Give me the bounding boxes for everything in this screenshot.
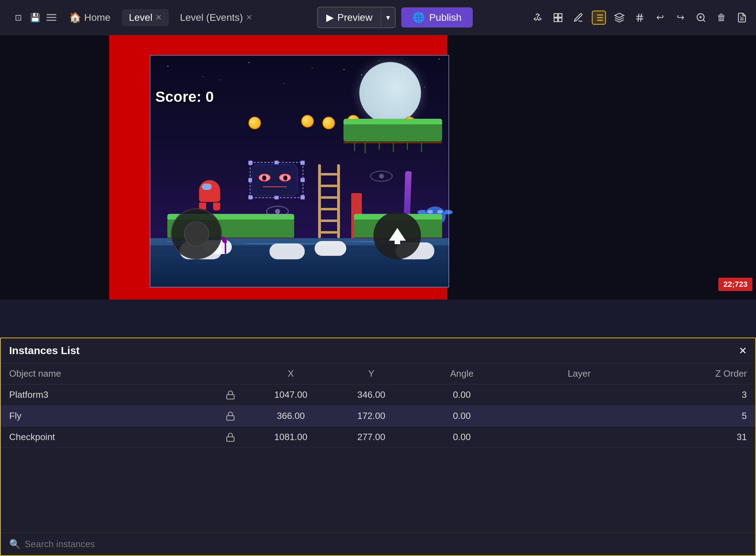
svg-rect-35 <box>227 437 234 441</box>
preview-label: Preview <box>337 12 373 23</box>
publish-button[interactable]: 🌐 Publish <box>401 7 473 27</box>
col-header-zorder: Z Order <box>646 368 747 379</box>
svg-rect-30 <box>300 195 305 199</box>
delete-icon[interactable]: 🗑 <box>714 11 729 25</box>
close-instances-panel-button[interactable]: ✕ <box>739 345 747 357</box>
col-header-layer: Layer <box>512 368 646 379</box>
tab-level[interactable]: Level ✕ <box>122 9 169 26</box>
instance-zorder-platform3: 3 <box>646 389 747 400</box>
col-header-x: X <box>250 368 331 379</box>
lock-icon-platform3[interactable] <box>210 390 250 400</box>
svg-rect-4 <box>558 18 562 21</box>
floating-platform <box>343 124 442 141</box>
col-header-y: Y <box>331 368 411 379</box>
score-display: Score: 0 <box>155 88 214 105</box>
layers-icon[interactable] <box>612 11 626 25</box>
redo-icon[interactable]: ↪ <box>674 11 688 25</box>
home-tab-icon: 🏠 <box>69 12 81 23</box>
svg-line-15 <box>641 13 642 21</box>
svg-rect-23 <box>248 161 253 165</box>
svg-rect-1 <box>554 13 558 17</box>
topbar: ⊡ 💾 🏠 Home Level ✕ Level (Events) ✕ ▶ Pr… <box>0 0 756 35</box>
coordinates-badge: 22;723 <box>718 278 752 291</box>
svg-rect-28 <box>248 195 253 199</box>
svg-line-14 <box>638 13 639 21</box>
col-header-angle: Angle <box>411 368 512 379</box>
table-row-platform3[interactable]: Platform3 1047.00 346.00 0.00 3 <box>1 384 755 406</box>
list-panel-icon[interactable] <box>592 11 606 25</box>
save-icon[interactable]: 💾 <box>28 11 42 25</box>
ladder <box>318 164 340 238</box>
editor-settings-icon[interactable] <box>735 11 749 25</box>
split-view-icon[interactable]: ⊡ <box>11 11 25 25</box>
preview-button-group[interactable]: ▶ Preview ▾ <box>317 7 396 28</box>
grid-blocks-icon[interactable] <box>551 11 565 25</box>
game-scene: Score: 0 <box>150 55 449 288</box>
cube-3d-icon[interactable] <box>531 11 545 25</box>
preview-play-icon: ▶ <box>326 12 334 23</box>
level-tab-label: Level <box>129 12 153 23</box>
jump-button[interactable] <box>373 212 421 259</box>
instances-panel-header: Instances List ✕ <box>1 338 755 363</box>
instances-table-header: Object name X Y Angle Layer Z Order <box>1 363 755 384</box>
search-icon: 🔍 <box>9 539 20 550</box>
instance-angle-checkpoint: 0.00 <box>411 432 512 443</box>
player-character <box>199 180 222 210</box>
instance-angle-platform3: 0.00 <box>411 389 512 400</box>
preview-main-button[interactable]: ▶ Preview <box>318 7 381 27</box>
svg-marker-31 <box>389 228 406 241</box>
instance-name-fly: Fly <box>9 410 210 421</box>
selected-enemy[interactable] <box>252 164 298 196</box>
level-tab-close[interactable]: ✕ <box>155 13 162 22</box>
left-icons: ⊡ 💾 <box>11 11 42 25</box>
table-row-fly[interactable]: Fly 366.00 172.00 0.00 5 <box>1 406 755 427</box>
undo-icon[interactable]: ↩ <box>653 11 667 25</box>
canvas-area[interactable]: Score: 0 <box>0 35 756 299</box>
joystick-base[interactable] <box>171 208 222 259</box>
instance-x-fly: 366.00 <box>250 410 331 421</box>
eye-symbol-ground <box>266 206 289 217</box>
instances-panel-title: Instances List <box>9 345 80 357</box>
instance-name-platform3: Platform3 <box>9 389 210 400</box>
search-bar: 🔍 <box>1 533 755 555</box>
instance-x-checkpoint: 1081.00 <box>250 432 331 443</box>
left-panel <box>0 35 113 299</box>
publish-label: Publish <box>429 12 461 23</box>
instance-angle-fly: 0.00 <box>411 410 512 421</box>
hamburger-menu-icon[interactable] <box>47 12 58 23</box>
tab-home[interactable]: 🏠 Home <box>62 9 118 26</box>
svg-rect-33 <box>227 394 234 399</box>
lock-icon-fly[interactable] <box>210 411 250 421</box>
instance-zorder-fly: 5 <box>646 410 747 421</box>
svg-rect-25 <box>300 161 305 165</box>
instance-y-checkpoint: 277.00 <box>331 432 411 443</box>
pen-icon[interactable] <box>571 11 585 25</box>
coin-1 <box>248 117 261 129</box>
svg-rect-32 <box>395 241 400 244</box>
instances-panel: Instances List ✕ Object name X Y Angle L… <box>0 338 756 556</box>
topbar-left: ⊡ 💾 🏠 Home Level ✕ Level (Events) ✕ <box>7 9 259 26</box>
level-events-tab-label: Level (Events) <box>180 12 243 23</box>
table-row-checkpoint[interactable]: Checkpoint 1081.00 277.00 0.00 31 <box>1 427 755 448</box>
search-instances-input[interactable] <box>25 539 747 550</box>
instance-name-checkpoint: Checkpoint <box>9 432 210 443</box>
preview-dropdown-button[interactable]: ▾ <box>381 9 395 26</box>
level-events-tab-close[interactable]: ✕ <box>246 13 252 22</box>
home-tab-label: Home <box>84 12 111 23</box>
preview-chevron-icon: ▾ <box>386 13 390 22</box>
plant-left <box>220 236 231 254</box>
topbar-center: ▶ Preview ▾ 🌐 Publish <box>265 7 525 28</box>
col-header-object-name: Object name <box>9 368 210 379</box>
zoom-icon[interactable] <box>694 11 708 25</box>
tab-level-events[interactable]: Level (Events) ✕ <box>173 9 259 26</box>
moon <box>359 62 421 124</box>
lock-icon-checkpoint[interactable] <box>210 432 250 442</box>
coin-2 <box>301 115 314 128</box>
instance-y-platform3: 346.00 <box>331 389 411 400</box>
up-arrow-icon <box>387 225 408 246</box>
hashtag-icon[interactable] <box>633 11 647 25</box>
joystick-knob <box>184 221 209 247</box>
instance-x-platform3: 1047.00 <box>250 389 331 400</box>
svg-rect-34 <box>227 415 234 420</box>
instance-zorder-checkpoint: 31 <box>646 432 747 443</box>
